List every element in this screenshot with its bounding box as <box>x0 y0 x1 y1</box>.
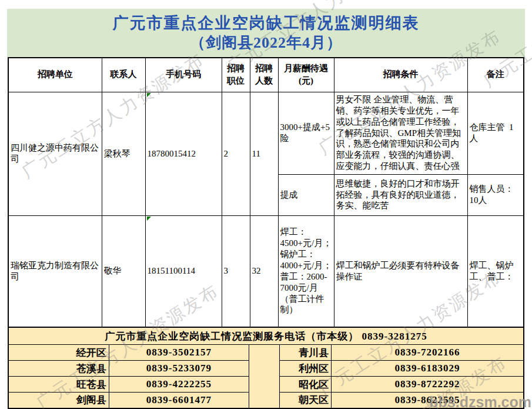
district-name: 昭化区 <box>280 377 332 393</box>
district-name: 剑阁县 <box>8 393 109 408</box>
col-header-positions: 招聘职位 <box>222 58 250 92</box>
service-header-row: 广元市重点企业空岗缺工情况监测服务电话（市本级） 0839-3281275 <box>8 327 524 345</box>
table-row: 四川健之源中药有限公司 梁秋琴 18780015412 2 11 3000+提成… <box>8 92 524 174</box>
cell-contact: 敬华 <box>102 215 145 327</box>
cell-salary: 3000+提成+5险 <box>278 92 334 174</box>
cell-salary: 焊工：4500+元/月； 锅炉工：4000+元/月； 普工：2600-7000元… <box>278 215 334 327</box>
col-header-contact: 联系人 <box>102 58 145 92</box>
cell-remark: 仓库主管 1人 <box>467 92 524 174</box>
service-title: 广元市重点企业空岗缺工情况监测服务电话（市本级） 0839-3281275 <box>8 327 524 345</box>
col-header-remark: 备注 <box>467 58 524 92</box>
col-header-company: 招聘单位 <box>8 58 102 92</box>
comment-marker-icon <box>147 93 151 97</box>
col-header-salary: 月薪酬待遇(元) <box>278 58 334 92</box>
service-row: 经开区 0839-3502157 青川县 0839-7202166 <box>8 345 524 361</box>
district-phone: 0839-4222255 <box>109 377 249 393</box>
cell-contact: 梁秋琴 <box>102 92 145 215</box>
page-subtitle: （剑阁县2022年4月） <box>7 33 525 52</box>
district-name: 青川县 <box>280 345 332 361</box>
cell-phone: 18151100114 <box>145 215 222 327</box>
cell-people: 32 <box>250 215 278 327</box>
service-phone-table: 广元市重点企业空岗缺工情况监测服务电话（市本级） 0839-3281275 经开… <box>8 327 524 409</box>
col-header-conditions: 招聘条件 <box>334 58 467 92</box>
district-phone: 0839-8622595 <box>332 393 524 408</box>
cell-phone: 18780015412 <box>145 92 222 215</box>
col-header-people: 招聘人数 <box>250 58 278 92</box>
cell-people: 11 <box>250 92 278 215</box>
cell-positions: 3 <box>222 215 250 327</box>
district-name: 经开区 <box>8 345 109 361</box>
cell-positions: 2 <box>222 92 250 215</box>
cell-salary: 提成 <box>278 174 334 215</box>
district-phone: 0839-8722292 <box>332 377 524 393</box>
col-header-phone: 手机号码 <box>145 58 222 92</box>
district-phone: 0839-7202166 <box>332 345 524 361</box>
district-name: 朝天区 <box>280 393 332 408</box>
comment-marker-icon <box>147 217 151 221</box>
spacer-cell <box>249 345 279 408</box>
table-header-row: 招聘单位 联系人 手机号码 招聘职位 招聘人数 月薪酬待遇(元) 招聘条件 备注 <box>8 58 524 92</box>
table-row: 瑞铭亚克力制造有限公司 敬华 18151100114 3 32 焊工：4500+… <box>8 215 524 327</box>
district-name: 利州区 <box>280 361 332 377</box>
cell-company: 瑞铭亚克力制造有限公司 <box>8 215 102 327</box>
page-title: 广元市重点企业空岗缺工情况监测明细表 <box>7 9 525 33</box>
cell-conditions: 焊工和锅炉工必须要有特种设备操作证 <box>334 215 467 327</box>
district-name: 旺苍县 <box>8 377 109 393</box>
vacancy-table: 招聘单位 联系人 手机号码 招聘职位 招聘人数 月薪酬待遇(元) 招聘条件 备注… <box>8 57 524 328</box>
district-phone: 0839-6601477 <box>109 393 249 408</box>
cell-company: 四川健之源中药有限公司 <box>8 92 102 215</box>
cell-remark: 销售人员：10人 <box>467 174 524 215</box>
district-phone: 0839-5233079 <box>109 361 249 377</box>
cell-conditions: 男女不限 企业管理、物流、营销、药学等相关专业优先，一年或以上药品仓储管理工作经… <box>334 92 467 174</box>
vacancy-bulletin-page: 广元市重点企业空岗缺工情况监测明细表 （剑阁县2022年4月） 招聘单位 联系人… <box>0 0 532 409</box>
district-phone: 0839-6183029 <box>332 361 524 377</box>
cell-remark: 焊工、锅炉工、普工： <box>467 215 524 327</box>
cell-conditions: 思维敏捷，良好的口才和市场开拓经验，具有良好的职业道德，务实、能吃苦 <box>334 174 467 215</box>
document-title-banner: 广元市重点企业空岗缺工情况监测明细表 （剑阁县2022年4月） <box>7 9 525 57</box>
district-name: 苍溪县 <box>8 361 109 377</box>
district-phone: 0839-3502157 <box>109 345 249 361</box>
